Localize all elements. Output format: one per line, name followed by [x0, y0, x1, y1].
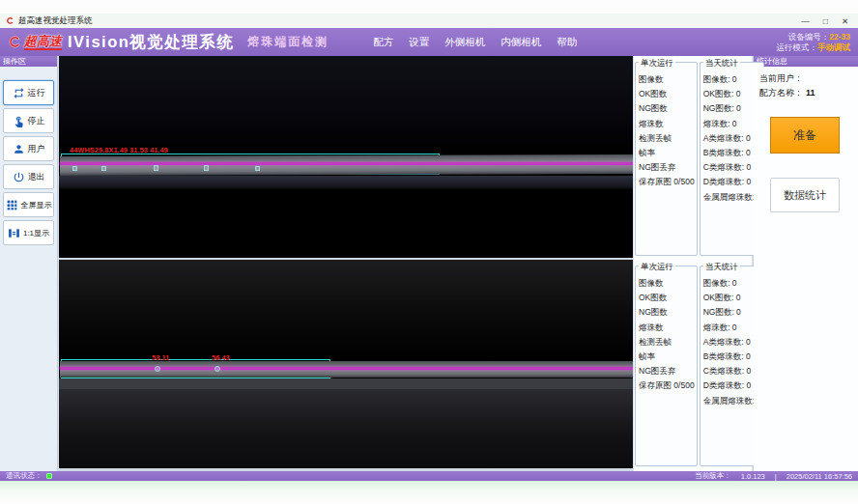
single-run-group: 单次运行图像数OK图数NG图数熔珠数检测丢帧帧率NG图丢弃保存原图 0/500	[635, 62, 698, 256]
window-title: 超高速视觉处理系统	[18, 15, 93, 27]
stat-row: 图像数	[639, 276, 695, 291]
stat-row: NG图丢弃	[639, 364, 695, 378]
stat-row: 检测丢帧	[639, 131, 695, 146]
group-title: 当天统计	[703, 58, 740, 70]
comm-status-label: 通讯状态：	[6, 471, 43, 481]
datetime-value: 2025/02/11 16:57:56	[786, 472, 852, 481]
brand-name: 超高速	[24, 35, 62, 50]
inner-camera-view: 53.11 56.43	[59, 260, 633, 468]
run-mode-value: 手动调试	[817, 42, 850, 52]
stat-row: NG图数	[639, 305, 695, 320]
cam1-top-shade	[59, 56, 633, 153]
cam1-marker	[204, 165, 209, 171]
power-icon	[13, 171, 25, 183]
cam2-marker	[155, 366, 160, 372]
menu-item-0[interactable]: 配方	[373, 36, 393, 49]
maximize-icon[interactable]: □	[823, 16, 828, 26]
info-panel-body: 当前用户： 配方名称：11 准备 数据统计	[754, 67, 858, 471]
cam2-top-shade	[59, 260, 633, 361]
window-controls: — □ ✕	[801, 16, 852, 26]
cam1-measure-label: 44WHS29.8X1.49 31.53 41.49	[70, 146, 168, 154]
statistics-column: 单次运行图像数OK图数NG图数熔珠数检测丢帧帧率NG图丢弃保存原图 0/500当…	[634, 56, 752, 471]
brand-logo: 超高速	[8, 35, 62, 50]
device-id-value: 22-33	[829, 32, 850, 42]
stats-set-1: 单次运行图像数OK图数NG图数熔珠数检测丢帧帧率NG图丢弃保存原图 0/500当…	[634, 260, 752, 468]
prepare-button[interactable]: 准备	[770, 117, 840, 154]
sidebar: 操作区 运行停止用户退出全屏显示1:1显示	[0, 56, 58, 471]
close-icon[interactable]: ✕	[842, 16, 848, 26]
stat-row: 图像数	[639, 72, 695, 87]
single-run-group: 单次运行图像数OK图数NG图数熔珠数检测丢帧帧率NG图丢弃保存原图 0/500	[635, 266, 698, 466]
cam1-marker	[72, 166, 77, 171]
stop-hand-icon	[13, 115, 25, 127]
version-label: 当前版本：	[695, 471, 731, 481]
stats-set-0: 单次运行图像数OK图数NG图数熔珠数检测丢帧帧率NG图丢弃保存原图 0/500当…	[634, 56, 752, 258]
sidebar-button-2[interactable]: 用户	[3, 136, 54, 161]
cam2-bottom-shade	[59, 389, 633, 468]
menu-item-4[interactable]: 帮助	[557, 36, 577, 49]
stat-row: 熔珠数	[639, 117, 695, 131]
device-id-label: 设备编号：	[788, 32, 830, 42]
cam2-measure-label: 53.11	[152, 353, 169, 362]
stat-row: OK图数	[639, 291, 695, 305]
main-area: 操作区 运行停止用户退出全屏显示1:1显示 44WHS29.8X1.49 31.…	[0, 56, 858, 471]
menu-item-2[interactable]: 外侧相机	[444, 36, 485, 49]
sidebar-button-0[interactable]: 运行	[3, 80, 54, 105]
sidebar-button-label: 退出	[28, 171, 45, 183]
app-subtitle: 熔珠端面检测	[247, 34, 329, 50]
page: 超高速视觉处理系统 — □ ✕ 超高速 IVision视觉处理系统 熔珠端面检测…	[0, 0, 858, 504]
cam1-under-shade	[59, 176, 633, 190]
minimize-icon[interactable]: —	[801, 16, 810, 26]
desktop-background	[0, 481, 858, 504]
user-icon	[13, 143, 25, 155]
sidebar-button-4[interactable]: 全屏显示	[3, 192, 54, 217]
run-cycle-icon	[13, 87, 25, 99]
cam2-under-shade	[59, 378, 633, 389]
brand-swirl-icon	[8, 35, 22, 49]
sidebar-button-label: 全屏显示	[21, 200, 52, 210]
os-titlebar: 超高速视觉处理系统 — □ ✕	[0, 14, 858, 28]
group-title: 单次运行	[639, 262, 675, 273]
info-panel-title: 统计信息	[754, 56, 858, 67]
status-separator: |	[775, 472, 777, 481]
sidebar-buttons: 运行停止用户退出全屏显示1:1显示	[0, 67, 57, 245]
stat-row: OK图数	[639, 87, 695, 101]
current-user-label: 当前用户：	[759, 73, 803, 83]
stat-row: 保存原图 0/500	[639, 378, 695, 393]
info-panel: 统计信息 当前用户： 配方名称：11 准备 数据统计	[753, 56, 858, 471]
menu: 配方设置外侧相机内侧相机帮助	[373, 36, 577, 49]
sidebar-button-3[interactable]: 退出	[3, 164, 54, 189]
sidebar-button-label: 运行	[28, 87, 45, 99]
menu-item-3[interactable]: 内侧相机	[500, 36, 541, 49]
sidebar-button-1[interactable]: 停止	[3, 108, 54, 133]
sidebar-title: 操作区	[0, 56, 57, 67]
fullscreen-icon	[6, 199, 18, 211]
sidebar-button-label: 用户	[28, 143, 45, 155]
sidebar-button-label: 1:1显示	[23, 228, 49, 238]
app-title: IVision视觉处理系统	[68, 32, 234, 53]
cam1-marker	[255, 166, 260, 171]
device-info: 设备编号：22-33 运行模式：手动调试	[777, 32, 851, 52]
recipe-name-label: 配方名称：	[759, 88, 803, 98]
cam1-marker	[154, 165, 158, 171]
data-statistics-button[interactable]: 数据统计	[770, 178, 840, 212]
version-value: 1.0.123	[741, 472, 765, 481]
outer-camera-view: 44WHS29.8X1.49 31.53 41.49	[59, 56, 633, 258]
group-title: 当天统计	[703, 262, 740, 273]
app-logo-icon	[6, 16, 14, 25]
stat-row: 帧率	[639, 146, 695, 160]
stat-row: 保存原图 0/500	[639, 175, 695, 189]
cam1-scan-line	[60, 162, 633, 165]
cam1-weld-strip	[60, 154, 633, 176]
camera-column: 44WHS29.8X1.49 31.53 41.49 53.11 56.43	[59, 56, 633, 471]
sidebar-button-5[interactable]: 1:1显示	[3, 220, 54, 245]
app-header: 超高速 IVision视觉处理系统 熔珠端面检测 配方设置外侧相机内侧相机帮助 …	[0, 28, 858, 56]
status-bar: 通讯状态： 当前版本： 1.0.123 | 2025/02/11 16:57:5…	[0, 471, 858, 481]
recipe-name-value: 11	[806, 88, 815, 98]
stat-row: NG图数	[639, 101, 695, 116]
cam2-scan-line	[60, 367, 633, 370]
run-mode-label: 运行模式：	[777, 42, 818, 52]
menu-item-1[interactable]: 设置	[409, 36, 429, 49]
stat-row: 检测丢帧	[639, 335, 695, 350]
comm-status-indicator	[46, 473, 52, 479]
